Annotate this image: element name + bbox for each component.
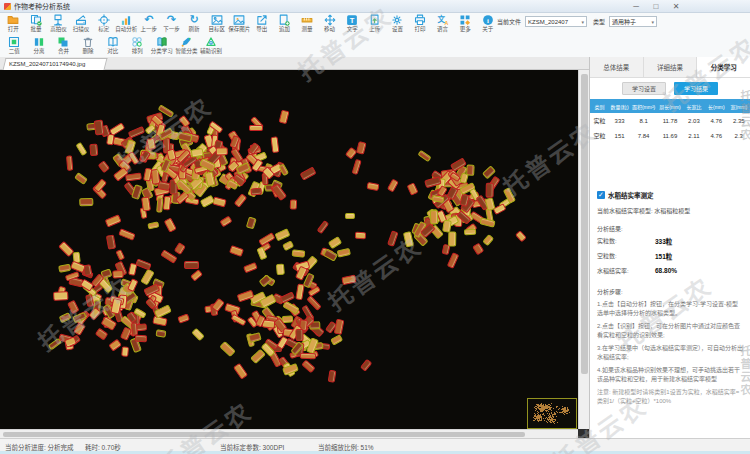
- minimap-dot: [536, 417, 537, 418]
- seed-image-viewport[interactable]: [0, 70, 578, 429]
- toolbar-row-2: 二值分离合并删除对比排列分类学习智能分类辅助识别: [2, 35, 223, 57]
- toolbar-button-target-region-image[interactable]: 目标区: [205, 13, 228, 35]
- toolbar-button-compare-book[interactable]: 对比: [100, 35, 125, 57]
- append-doc-icon: [278, 13, 290, 26]
- toolbar-button-merge-squares[interactable]: 合并: [51, 35, 76, 57]
- toolbar-button-more-grid[interactable]: 更多: [454, 13, 477, 35]
- svg-text:T: T: [350, 16, 355, 25]
- toolbar-button-text-tool[interactable]: T文字: [341, 13, 364, 35]
- toolbar-button-binary-square[interactable]: 二值: [2, 35, 27, 57]
- toolbar-button-label: 二值: [9, 49, 20, 55]
- minimap-dot: [540, 415, 541, 416]
- type-select[interactable]: 通用种子 ▾: [609, 16, 657, 27]
- toolbar-button-label: 保存图片: [228, 27, 250, 33]
- table-row[interactable]: 空粒1517.8411.692.114.762.3: [590, 128, 750, 143]
- minimap-dot: [548, 411, 549, 412]
- seed-grain: [482, 234, 494, 246]
- panel-tab-inactive[interactable]: 详细结果: [644, 57, 698, 77]
- minimap-dot: [554, 423, 555, 424]
- seed-grain: [98, 161, 110, 174]
- minimap-dot: [538, 420, 539, 421]
- horizontal-scrollbar[interactable]: [0, 429, 578, 438]
- toolbar-button-about-info[interactable]: i关于: [476, 13, 499, 35]
- toolbar-button-upload-doc[interactable]: 上传: [364, 13, 387, 35]
- seed-grain: [47, 338, 61, 351]
- minimize-button[interactable]: ─: [626, 0, 646, 13]
- toolbar-button-doc-camera[interactable]: 高拍仪: [47, 13, 70, 35]
- table-header-cell: 类别: [590, 103, 609, 110]
- toolbar-button-undo-arrow[interactable]: ↶上一步: [138, 13, 161, 35]
- toolbar-button-export-arrow[interactable]: 导出: [251, 13, 274, 35]
- toolbar-button-refresh-arrow[interactable]: ↻刷新: [183, 13, 206, 35]
- seed-setting-checkbox-label: 水稻结实率测定: [608, 190, 654, 200]
- table-cell: 11.69: [657, 133, 683, 139]
- toolbar-button-calibrate-target[interactable]: 标定: [92, 13, 115, 35]
- seed-grain: [177, 313, 190, 323]
- minimap-dot: [549, 417, 550, 418]
- toolbar-button-save-image[interactable]: 保存图片: [228, 13, 251, 35]
- toolbar-button-smart-classify-pen[interactable]: 智能分类: [174, 35, 199, 57]
- minimap-thumbnail[interactable]: [527, 398, 577, 429]
- toolbar-button-label: 导出: [256, 27, 267, 33]
- toolbar-button-move-arrows[interactable]: 移动: [318, 13, 341, 35]
- toolbar-button-trash[interactable]: 删除: [76, 35, 101, 57]
- toolbar-button-batch-copy[interactable]: 批量: [25, 13, 48, 35]
- toolbar-button-measure-ruler[interactable]: 测量: [296, 13, 319, 35]
- seed-grain: [121, 346, 129, 357]
- vertical-scrollbar[interactable]: [578, 70, 589, 429]
- table-header-cell: 宽(mm): [728, 103, 750, 110]
- results-table: 类别数量(粒)面积(mm²)周长(mm)长宽比长(mm)宽(mm)实粒3338.…: [590, 99, 750, 143]
- horizontal-scrollbar-thumb[interactable]: [3, 432, 525, 437]
- arrange-circles-icon: [131, 35, 143, 48]
- seed-grain: [417, 150, 431, 162]
- table-cell: 空粒: [590, 131, 609, 140]
- learning-setting-button[interactable]: 学习设置: [622, 82, 666, 95]
- split-bars-icon: [33, 35, 45, 48]
- minimap-dot: [563, 411, 564, 412]
- toolbar-button-split-bars[interactable]: 分离: [27, 35, 52, 57]
- seed-grain: [78, 198, 93, 207]
- seed-grain: [75, 142, 87, 156]
- seed-grain: [70, 261, 86, 273]
- toolbar-button-redo-arrow[interactable]: ↷下一步: [160, 13, 183, 35]
- seed-grain: [59, 264, 72, 273]
- maximize-button[interactable]: □: [646, 0, 666, 13]
- toolbar-button-settings-gear[interactable]: 设置: [386, 13, 409, 35]
- seed-grain: [387, 178, 399, 192]
- toolbar-button-assist-recognize[interactable]: 辅助识别: [199, 35, 224, 57]
- toolbar-button-scanner[interactable]: 扫描仪: [70, 13, 93, 35]
- vertical-scrollbar-thumb[interactable]: [581, 74, 588, 374]
- table-cell: 8.1: [630, 118, 657, 124]
- seed-grain: [449, 231, 457, 246]
- seed-grain: [485, 183, 494, 198]
- image-tab[interactable]: KZSM_20240710174940.jpg: [3, 58, 108, 70]
- toolbar-button-open-folder[interactable]: 打开: [2, 13, 25, 35]
- minimap-dot: [559, 408, 560, 409]
- seed-grain: [407, 183, 419, 196]
- seed-setting-checkbox[interactable]: ✓: [597, 191, 605, 199]
- current-file-select[interactable]: KZSM_202407 ▾: [525, 16, 587, 27]
- learning-result-button[interactable]: 学习结果: [674, 82, 718, 95]
- table-header-cell: 长宽比: [683, 103, 705, 110]
- target-region-image-icon: [211, 13, 223, 26]
- panel-tab-inactive[interactable]: 总体结果: [590, 57, 644, 77]
- minimap-dot: [569, 412, 570, 413]
- panel-tab-active[interactable]: 分类学习: [697, 57, 750, 77]
- table-header-cell: 周长(mm): [657, 103, 683, 110]
- seed-grain: [345, 213, 355, 219]
- toolbar-button-append-doc[interactable]: 追加: [273, 13, 296, 35]
- seed-grain: [95, 328, 109, 341]
- toolbar-button-printer[interactable]: 打印: [409, 13, 432, 35]
- toolbar-button-label: 上一步: [141, 27, 158, 33]
- seed-grain: [229, 245, 244, 257]
- toolbar-button-auto-analyze-chart[interactable]: 自动分析: [115, 13, 138, 35]
- toolbar-button-language[interactable]: 文A语言: [431, 13, 454, 35]
- close-button[interactable]: ✕: [666, 0, 686, 13]
- table-row[interactable]: 实粒3338.111.782.034.762.35: [590, 113, 750, 128]
- toolbar-button-classify-learn-book[interactable]: 分类学习: [150, 35, 175, 57]
- toolbar-button-arrange-circles[interactable]: 排列: [125, 35, 150, 57]
- minimap-dot: [555, 420, 556, 421]
- minimap-dot: [549, 409, 550, 410]
- minimap-dot: [552, 420, 553, 421]
- minimap-dot: [551, 417, 552, 418]
